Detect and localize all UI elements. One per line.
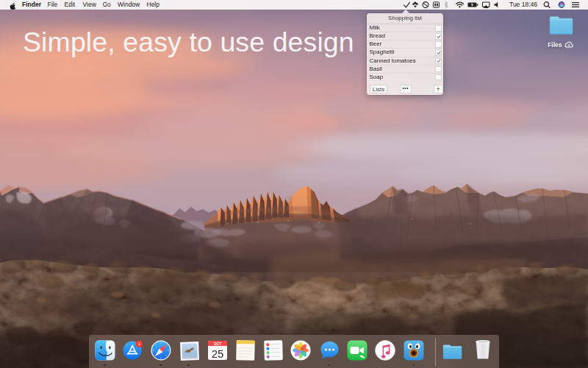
svg-text:OCT: OCT xyxy=(213,342,221,346)
svg-text:25: 25 xyxy=(211,347,223,360)
